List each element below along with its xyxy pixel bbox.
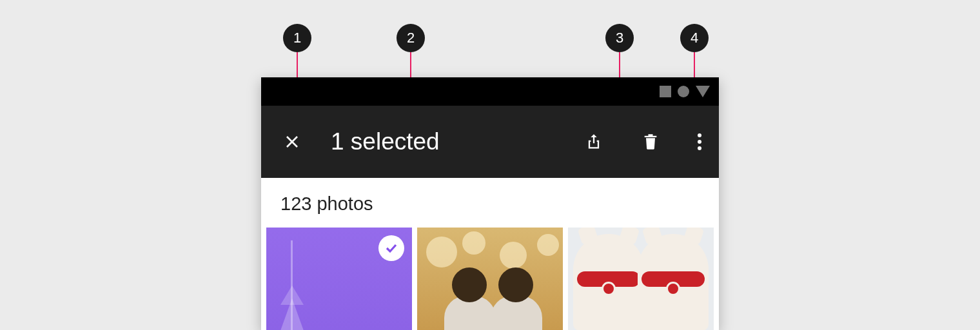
- section-title: 123 photos: [261, 178, 719, 228]
- status-triangle-icon: [696, 86, 710, 97]
- callout-badge-1: 1: [283, 24, 311, 52]
- callout-label: 4: [691, 30, 698, 46]
- delete-button[interactable]: [642, 133, 660, 151]
- photo-grid: [261, 228, 719, 330]
- trash-icon: [642, 133, 660, 151]
- check-icon: [384, 240, 399, 256]
- overflow-icon: [698, 133, 701, 137]
- overflow-icon: [698, 140, 701, 144]
- callout-badge-2: 2: [397, 24, 425, 52]
- photo-thumbnail[interactable]: [266, 228, 412, 330]
- device-frame: 1 selected 123 photos: [261, 77, 719, 330]
- photo-thumbnail[interactable]: [417, 228, 563, 330]
- contextual-app-bar: 1 selected: [261, 106, 719, 178]
- callout-badge-3: 3: [605, 24, 634, 52]
- close-icon: [284, 134, 300, 150]
- status-square-icon: [660, 86, 671, 97]
- share-icon: [585, 133, 603, 151]
- close-button[interactable]: [284, 134, 300, 150]
- callout-badge-4: 4: [680, 24, 709, 52]
- overflow-icon: [698, 146, 701, 150]
- selection-title: 1 selected: [331, 128, 567, 155]
- share-button[interactable]: [585, 133, 603, 151]
- status-circle-icon: [678, 86, 689, 97]
- status-bar: [261, 77, 719, 106]
- selected-badge: [378, 235, 404, 261]
- callout-label: 1: [293, 30, 301, 46]
- photo-thumbnail[interactable]: [568, 228, 714, 330]
- callout-label: 3: [616, 30, 623, 46]
- callout-label: 2: [407, 30, 415, 46]
- action-group: [585, 133, 707, 151]
- overflow-menu-button[interactable]: [692, 133, 707, 151]
